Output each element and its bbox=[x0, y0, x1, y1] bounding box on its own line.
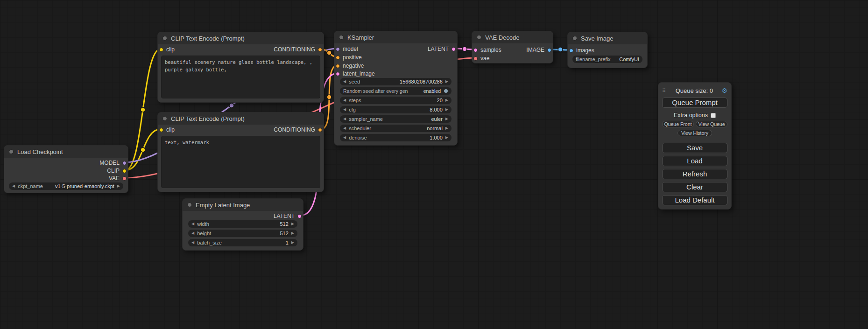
input-slot-vae[interactable]: vae bbox=[473, 55, 489, 62]
input-dot-clip[interactable] bbox=[159, 48, 163, 52]
output-dot-clip[interactable] bbox=[122, 169, 127, 173]
widget-sampler-name[interactable]: ◀ sampler_name euler ▶ bbox=[340, 115, 452, 123]
widget-scheduler[interactable]: ◀ scheduler normal ▶ bbox=[340, 125, 452, 132]
output-slot-conditioning[interactable]: CONDITIONING bbox=[274, 126, 322, 133]
node-collapse-dot[interactable] bbox=[162, 116, 167, 121]
increment-icon[interactable]: ▶ bbox=[291, 220, 294, 228]
decrement-icon[interactable]: ◀ bbox=[343, 134, 346, 141]
load-default-button[interactable]: Load Default bbox=[662, 195, 727, 205]
drag-handle-icon[interactable]: ⠿ bbox=[662, 88, 666, 94]
input-dot-model[interactable] bbox=[336, 47, 340, 51]
output-slot-conditioning[interactable]: CONDITIONING bbox=[274, 46, 322, 53]
output-dot-vae[interactable] bbox=[122, 176, 127, 181]
node-vae-decode[interactable]: VAE Decode samples vae IMAGE bbox=[472, 31, 553, 63]
prompt-textarea[interactable]: text, watermark bbox=[161, 136, 320, 188]
widget-filename-prefix[interactable]: filename_prefix ComfyUI bbox=[572, 56, 642, 63]
save-button[interactable]: Save bbox=[662, 143, 727, 153]
queue-front-button[interactable]: Queue Front bbox=[662, 121, 694, 127]
output-dot-conditioning[interactable] bbox=[318, 48, 322, 52]
increment-icon[interactable]: ▶ bbox=[291, 230, 294, 237]
widget-batch-size[interactable]: ◀ batch_size 1 ▶ bbox=[188, 239, 297, 246]
node-collapse-dot[interactable] bbox=[9, 149, 14, 154]
next-value-icon[interactable]: ▶ bbox=[445, 125, 448, 132]
queue-prompt-button[interactable]: Queue Prompt bbox=[662, 98, 727, 108]
node-collapse-dot[interactable] bbox=[339, 35, 344, 40]
decrement-icon[interactable]: ◀ bbox=[343, 97, 346, 104]
input-slot-images[interactable]: images bbox=[569, 47, 594, 54]
input-dot-images[interactable] bbox=[569, 49, 573, 53]
input-slot-latent-image[interactable]: latent_image bbox=[336, 70, 375, 77]
node-collapse-dot[interactable] bbox=[162, 36, 167, 41]
refresh-button[interactable]: Refresh bbox=[662, 169, 727, 179]
output-slot-image[interactable]: IMAGE bbox=[526, 46, 551, 54]
widget-height[interactable]: ◀ height 512 ▶ bbox=[188, 230, 297, 237]
input-dot-negative[interactable] bbox=[336, 64, 340, 68]
prev-value-icon[interactable]: ◀ bbox=[12, 182, 15, 190]
prev-value-icon[interactable]: ◀ bbox=[343, 115, 346, 123]
node-title-bar[interactable]: Empty Latent Image bbox=[183, 199, 303, 211]
decrement-icon[interactable]: ◀ bbox=[191, 239, 194, 246]
decrement-icon[interactable]: ◀ bbox=[191, 230, 194, 237]
prompt-textarea[interactable]: beautiful scenery nature glass bottle la… bbox=[161, 56, 320, 98]
input-slot-negative[interactable]: negative bbox=[336, 62, 364, 70]
next-value-icon[interactable]: ▶ bbox=[445, 115, 448, 123]
widget-steps[interactable]: ◀ steps 20 ▶ bbox=[340, 97, 452, 104]
increment-icon[interactable]: ▶ bbox=[291, 239, 294, 246]
output-slot-latent[interactable]: LATENT bbox=[428, 45, 456, 53]
decrement-icon[interactable]: ◀ bbox=[191, 220, 194, 228]
input-slot-model[interactable]: model bbox=[336, 45, 358, 53]
output-slot-model[interactable]: MODEL bbox=[99, 159, 127, 167]
node-collapse-dot[interactable] bbox=[477, 35, 481, 40]
input-dot-clip[interactable] bbox=[159, 128, 163, 132]
widget-denoise[interactable]: ◀ denoise 1.000 ▶ bbox=[340, 134, 452, 141]
input-dot-vae[interactable] bbox=[473, 56, 478, 61]
node-title-bar[interactable]: Load Checkpoint bbox=[4, 146, 128, 158]
node-title-bar[interactable]: Save Image bbox=[568, 32, 647, 44]
output-dot-latent[interactable] bbox=[452, 47, 456, 51]
increment-icon[interactable]: ▶ bbox=[445, 97, 448, 104]
widget-seed[interactable]: ◀ seed 156680208700286 ▶ bbox=[340, 78, 452, 85]
node-ksampler[interactable]: KSampler model positive negative latent_… bbox=[334, 31, 458, 146]
input-dot-positive[interactable] bbox=[336, 56, 340, 60]
clear-button[interactable]: Clear bbox=[662, 182, 727, 192]
node-title-bar[interactable]: KSampler bbox=[334, 31, 457, 43]
increment-icon[interactable]: ▶ bbox=[445, 78, 448, 85]
input-dot-latent-image[interactable] bbox=[336, 72, 340, 76]
node-clip-text-encode-negative[interactable]: CLIP Text Encode (Prompt) clip CONDITION… bbox=[157, 112, 324, 192]
input-slot-positive[interactable]: positive bbox=[336, 54, 362, 61]
view-history-button[interactable]: View History bbox=[677, 130, 712, 136]
node-title-bar[interactable]: VAE Decode bbox=[472, 31, 553, 43]
output-dot-latent[interactable] bbox=[297, 214, 302, 218]
widget-ckpt-name[interactable]: ◀ ckpt_name v1-5-pruned-emaonly.ckpt ▶ bbox=[9, 182, 123, 190]
output-dot-model[interactable] bbox=[122, 161, 127, 165]
toggle-knob-icon[interactable] bbox=[444, 89, 448, 93]
prev-value-icon[interactable]: ◀ bbox=[343, 125, 346, 132]
node-title-bar[interactable]: CLIP Text Encode (Prompt) bbox=[158, 112, 324, 125]
increment-icon[interactable]: ▶ bbox=[445, 134, 448, 141]
input-dot-samples[interactable] bbox=[473, 48, 478, 52]
output-slot-clip[interactable]: CLIP bbox=[107, 167, 127, 175]
input-slot-samples[interactable]: samples bbox=[473, 46, 501, 54]
node-collapse-dot[interactable] bbox=[572, 36, 577, 41]
load-button[interactable]: Load bbox=[662, 156, 727, 166]
node-clip-text-encode-positive[interactable]: CLIP Text Encode (Prompt) clip CONDITION… bbox=[157, 32, 324, 103]
node-empty-latent-image[interactable]: Empty Latent Image LATENT ◀ width 512 ▶ … bbox=[182, 198, 303, 251]
output-dot-conditioning[interactable] bbox=[318, 128, 322, 132]
decrement-icon[interactable]: ◀ bbox=[343, 78, 346, 85]
output-dot-image[interactable] bbox=[547, 48, 551, 52]
output-slot-vae[interactable]: VAE bbox=[109, 175, 127, 182]
queue-panel[interactable]: ⠿ Queue size: 0 ⚙ Queue Prompt Extra opt… bbox=[658, 82, 732, 210]
widget-random-seed-toggle[interactable]: Random seed after every gen enabled bbox=[340, 87, 452, 95]
node-save-image[interactable]: Save Image images filename_prefix ComfyU… bbox=[567, 32, 648, 68]
output-slot-latent[interactable]: LATENT bbox=[274, 212, 302, 220]
view-queue-button[interactable]: View Queue bbox=[696, 121, 727, 127]
input-slot-clip[interactable]: clip bbox=[159, 46, 175, 53]
increment-icon[interactable]: ▶ bbox=[445, 106, 448, 113]
widget-width[interactable]: ◀ width 512 ▶ bbox=[188, 220, 297, 228]
widget-cfg[interactable]: ◀ cfg 8.000 ▶ bbox=[340, 106, 452, 113]
node-load-checkpoint[interactable]: Load Checkpoint MODEL CLIP VAE ◀ ckpt_na… bbox=[4, 145, 128, 193]
next-value-icon[interactable]: ▶ bbox=[117, 182, 120, 190]
settings-gear-icon[interactable]: ⚙ bbox=[721, 87, 727, 94]
node-collapse-dot[interactable] bbox=[187, 203, 192, 207]
decrement-icon[interactable]: ◀ bbox=[343, 106, 346, 113]
